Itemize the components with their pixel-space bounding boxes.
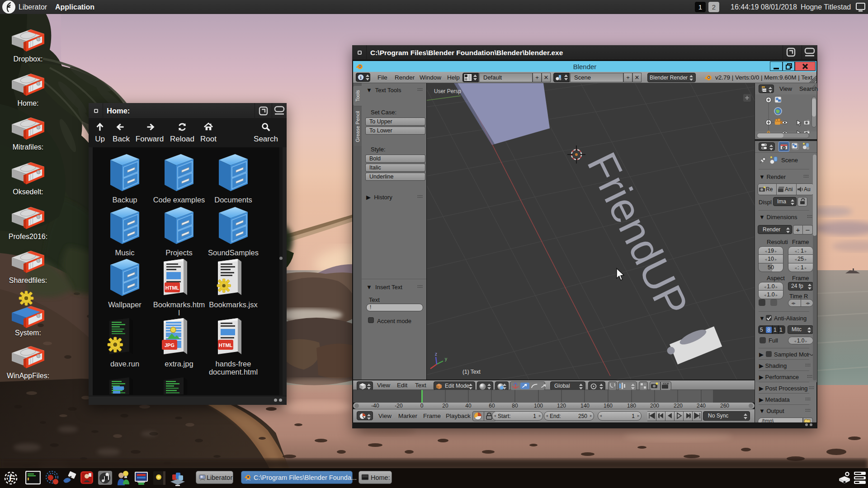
svg-text:80: 80 [512,403,518,409]
svg-text:HTML: HTML [165,285,179,291]
svg-text:160: 160 [604,403,613,409]
svg-text:260: 260 [720,403,729,409]
svg-text:z: z [435,352,437,357]
svg-text:140: 140 [580,403,590,409]
svg-text:180: 180 [627,403,636,409]
svg-text:120: 120 [557,403,566,409]
svg-text:User Persp: User Persp [434,88,461,94]
svg-text:200: 200 [650,403,659,409]
svg-text:JPG: JPG [165,343,175,348]
svg-text:HTML: HTML [219,343,233,348]
svg-text:60: 60 [489,403,495,409]
svg-text:y: y [445,357,447,361]
svg-text:F: F [9,474,14,483]
svg-text:40: 40 [465,403,472,409]
svg-text:0: 0 [420,403,424,409]
svg-text:220: 220 [674,403,683,409]
svg-text:i: i [360,75,361,80]
svg-text:(1) Text: (1) Text [462,369,481,375]
svg-text:-20: -20 [395,403,403,409]
svg-text:20: 20 [442,403,448,409]
svg-text:FriendUP: FriendUP [579,145,697,324]
svg-text:-40: -40 [371,403,379,409]
svg-text:100: 100 [534,403,543,409]
svg-text:240: 240 [697,403,706,409]
